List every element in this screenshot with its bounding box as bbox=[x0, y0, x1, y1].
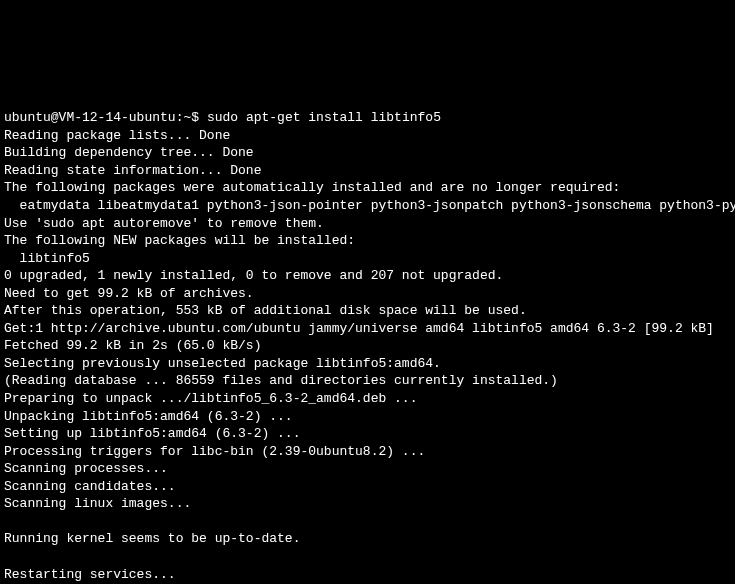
output-line: Need to get 99.2 kB of archives. bbox=[4, 285, 731, 303]
output-line: Reading package lists... Done bbox=[4, 127, 731, 145]
output-line: Processing triggers for libc-bin (2.39-0… bbox=[4, 443, 731, 461]
output-lines: Reading package lists... DoneBuilding de… bbox=[4, 127, 731, 584]
output-line: Scanning candidates... bbox=[4, 478, 731, 496]
output-line: Use 'sudo apt autoremove' to remove them… bbox=[4, 215, 731, 233]
output-line: Preparing to unpack .../libtinfo5_6.3-2_… bbox=[4, 390, 731, 408]
output-line: (Reading database ... 86559 files and di… bbox=[4, 372, 731, 390]
output-line: eatmydata libeatmydata1 python3-json-poi… bbox=[4, 197, 731, 215]
output-line: Scanning processes... bbox=[4, 460, 731, 478]
output-line: libtinfo5 bbox=[4, 250, 731, 268]
output-line: Selecting previously unselected package … bbox=[4, 355, 731, 373]
output-line: Building dependency tree... Done bbox=[4, 144, 731, 162]
output-line: Setting up libtinfo5:amd64 (6.3-2) ... bbox=[4, 425, 731, 443]
output-line bbox=[4, 513, 731, 531]
terminal-output[interactable]: ubuntu@VM-12-14-ubuntu:~$ sudo apt-get i… bbox=[4, 74, 731, 584]
output-line: The following packages were automaticall… bbox=[4, 179, 731, 197]
command-text: sudo apt-get install libtinfo5 bbox=[207, 110, 441, 125]
output-line: Running kernel seems to be up-to-date. bbox=[4, 530, 731, 548]
prompt-user-host: ubuntu@VM-12-14-ubuntu bbox=[4, 110, 176, 125]
output-line: The following NEW packages will be insta… bbox=[4, 232, 731, 250]
output-line: Scanning linux images... bbox=[4, 495, 731, 513]
prompt-symbol: $ bbox=[191, 110, 199, 125]
output-line bbox=[4, 548, 731, 566]
output-line: After this operation, 553 kB of addition… bbox=[4, 302, 731, 320]
prompt-line: ubuntu@VM-12-14-ubuntu:~$ sudo apt-get i… bbox=[4, 109, 731, 127]
output-line: Reading state information... Done bbox=[4, 162, 731, 180]
output-line: Fetched 99.2 kB in 2s (65.0 kB/s) bbox=[4, 337, 731, 355]
output-line: Unpacking libtinfo5:amd64 (6.3-2) ... bbox=[4, 408, 731, 426]
output-line: Get:1 http://archive.ubuntu.com/ubuntu j… bbox=[4, 320, 731, 338]
output-line: Restarting services... bbox=[4, 566, 731, 584]
output-line: 0 upgraded, 1 newly installed, 0 to remo… bbox=[4, 267, 731, 285]
